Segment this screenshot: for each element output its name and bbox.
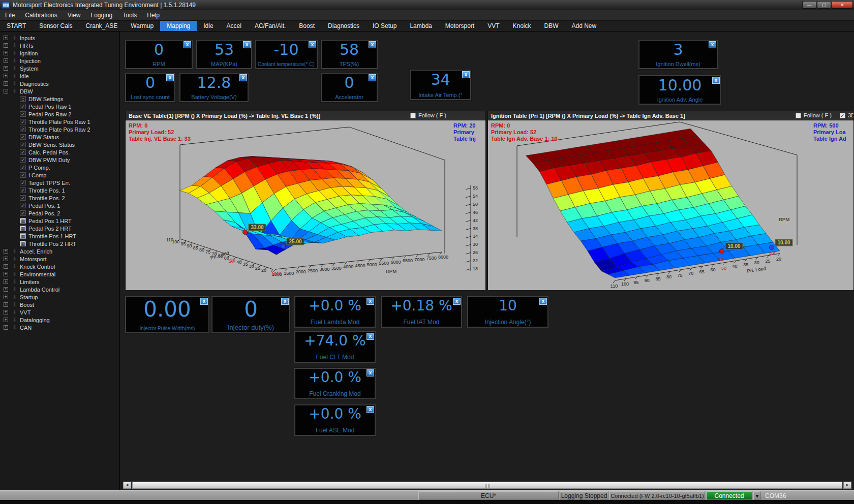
tree-expander-icon[interactable]: + [4,264,8,269]
scroll-right-button[interactable]: ► [843,482,851,489]
sidebar-group-diagnostics[interactable]: +⬇Diagnostics [0,80,119,87]
chart-3d-surface[interactable]: 1101009590858075706560504035302520Pri. L… [488,120,853,290]
tree-expander-icon[interactable]: + [4,295,8,299]
gauge-map-kpa-[interactable]: 53MAP(KPa)x [196,40,252,69]
sidebar-group-hrts[interactable]: +⬇HRTs [0,42,119,49]
gauge-injection-angle-[interactable]: 10Injection Angle(°)x [467,296,548,328]
tab-add-new[interactable]: Add New [565,21,603,31]
gauge-lost-sync-count[interactable]: 0Lost sync countx [125,73,175,102]
tree-item-throttle-plate-pos-raw-1[interactable]: ✓Throttle Plate Pos Raw 1 [16,118,119,125]
follow-checkbox[interactable] [796,113,801,118]
sidebar-group-startup[interactable]: +⬇Startup [0,293,119,301]
gauge-fuel-clt-mod[interactable]: +74.0 %Fuel CLT Modx [294,331,376,363]
sidebar-group-datalogging[interactable]: +⬇Datalogging [0,316,119,324]
minimize-button[interactable]: — [802,1,816,9]
tree-item-pedal-pos-2-hrt[interactable]: ▦Pedal Pos 2 HRT [16,225,119,232]
gauge-close-icon[interactable]: x [281,298,289,305]
tree-expander-icon[interactable]: + [4,302,8,307]
gauge-injector-duty-[interactable]: 0Injector duty(%)x [211,296,290,333]
tree-expander-icon[interactable]: + [4,36,8,40]
sidebar-group-knock-control[interactable]: +⬇Knock Control [0,263,119,270]
tree-expander-icon[interactable]: + [4,325,8,330]
sidebar-group-system[interactable]: +⬇System [0,65,119,72]
menu-file[interactable]: File [0,10,20,20]
tab-ac-fan-alt-[interactable]: AC/Fan/Alt. [248,21,292,31]
tree-expander-icon[interactable]: + [4,74,8,78]
gauge-close-icon[interactable]: x [462,71,470,78]
tab-diagnostics[interactable]: Diagnostics [321,21,366,31]
gauge-injector-pulse-width-ms-[interactable]: 0.00Injector Pulse Width(ms)x [125,296,209,333]
tree-item-dbw-sens-status[interactable]: ✓DBW Sens. Status [16,141,119,148]
tree-item-throttle-pos-1-hrt[interactable]: ▦Throttle Pos 1 HRT [16,232,119,240]
sidebar-group-environmental[interactable]: +⬇Environmental [0,270,119,278]
gauge-accelerator[interactable]: 0Acceleratorx [321,73,378,102]
menu-tools[interactable]: Tools [117,10,142,20]
tree-expander-icon[interactable]: − [4,89,8,93]
tree-item-i-comp[interactable]: ✓I Comp [16,171,119,179]
tab-dbw[interactable]: DBW [538,21,565,31]
tree-expander-icon[interactable]: + [4,272,8,276]
tree-item-throttle-pos-2-hrt[interactable]: ▦Throttle Pos 2 HRT [16,240,119,247]
tab-mapping[interactable]: Mapping [160,21,197,31]
tree-item-throttle-pos-2[interactable]: ✓Throttle Pos. 2 [16,194,119,202]
tab-io-setup[interactable]: IO Setup [366,21,403,31]
gauge-close-icon[interactable]: x [367,298,374,305]
sidebar-group-idle[interactable]: +⬇Idle [0,72,119,80]
restore-button[interactable]: ▢ [817,1,831,9]
tab-crank-ase[interactable]: Crank_ASE [79,21,125,31]
tab-accel[interactable]: Accel [220,21,248,31]
tree-expander-icon[interactable]: + [4,66,8,71]
tab-knoick[interactable]: Knoick [506,21,537,31]
gauge-close-icon[interactable]: x [367,369,374,376]
tree-item-throttle-plate-pos-raw-2[interactable]: ✓Throttle Plate Pos Raw 2 [16,125,119,133]
horizontal-scrollbar[interactable]: ◄ ► [123,481,852,489]
gauge-fuel-cranking-mod[interactable]: +0.0 %Fuel Cranking Modx [294,368,376,399]
gauge-close-icon[interactable]: x [453,298,461,305]
tree-expander-icon[interactable]: + [4,257,8,261]
tree-item-dbw-pwm-duty[interactable]: ✓DBW PWM Duty [16,156,119,164]
tab-idle[interactable]: Idle [197,21,220,31]
gauge-close-icon[interactable]: x [367,406,374,413]
tab-motorsport[interactable]: Motorsport [439,21,481,31]
sidebar-group-dbw[interactable]: −⬇DBW [0,87,119,95]
menu-logging[interactable]: Logging [86,10,118,20]
sidebar-group-accel-enrich[interactable]: +⬇Accel. Enrich [0,247,119,255]
sidebar-group-can[interactable]: +⬇CAN [0,324,119,331]
sidebar-group-limiters[interactable]: +⬇Limiters [0,278,119,286]
tree-item-pedal-pos-2[interactable]: ✓Pedal Pos. 2 [16,209,119,217]
gauge-fuel-iat-mod[interactable]: +0.18 %Fuel IAT Modx [381,296,462,328]
scrollbar-thumb[interactable] [132,482,842,489]
tree-expander-icon[interactable]: + [4,310,8,314]
menu-calibrations[interactable]: Calibrations [20,10,62,20]
follow-checkbox[interactable] [410,113,416,118]
gauge-close-icon[interactable]: x [166,74,174,81]
gauge-ignition-adv-angle[interactable]: 10.00Ignition Adv. Anglex [638,75,721,105]
tree-item-dbw-status[interactable]: ✓DBW Status [16,133,119,141]
tree-expander-icon[interactable]: + [4,81,8,86]
gauge-coolant-temperature-c-[interactable]: -10Coolant temperature(° C)x [255,40,318,69]
connection-dropdown-button[interactable]: ▾ [753,491,761,500]
tab-start[interactable]: START [0,21,33,31]
gauge-ignition-dwell-ms-[interactable]: 3Ignition Dwell(ms)x [638,40,718,69]
gauge-close-icon[interactable]: x [243,41,251,48]
tree-item-pedal-pos-raw-1[interactable]: ✓Pedal Pos Raw 1 [16,103,119,110]
tree-item-pedal-pos-raw-2[interactable]: ✓Pedal Pos Raw 2 [16,110,119,118]
scroll-left-button[interactable]: ◄ [123,482,131,489]
gauge-close-icon[interactable]: x [369,41,376,48]
sidebar-group-motorsport[interactable]: +⬇Motorsport [0,255,119,263]
sidebar-group-ignition[interactable]: +⬇Ignition [0,49,119,57]
tree-expander-icon[interactable]: + [4,287,8,292]
close-button[interactable]: ✕ [832,1,853,9]
tree-item-throttle-pos-1[interactable]: ✓Throttle Pos. 1 [16,186,119,194]
gauge-fuel-lambda-mod[interactable]: +0.0 %Fuel Lambda Modx [294,296,376,328]
gauge-close-icon[interactable]: x [369,74,376,81]
tree-expander-icon[interactable]: + [4,318,8,322]
menu-view[interactable]: View [63,10,86,20]
sidebar-group-vvt[interactable]: +⬇VVT [0,308,119,316]
gauge-close-icon[interactable]: x [184,41,191,48]
sidebar-group-lambda-control[interactable]: +⬇Lambda Control [0,286,119,293]
gauge-close-icon[interactable]: x [367,333,374,340]
gauge-close-icon[interactable]: x [239,74,247,81]
gauge-close-icon[interactable]: x [709,41,716,48]
gauge-tps-[interactable]: 58TPS(%)x [321,40,378,69]
